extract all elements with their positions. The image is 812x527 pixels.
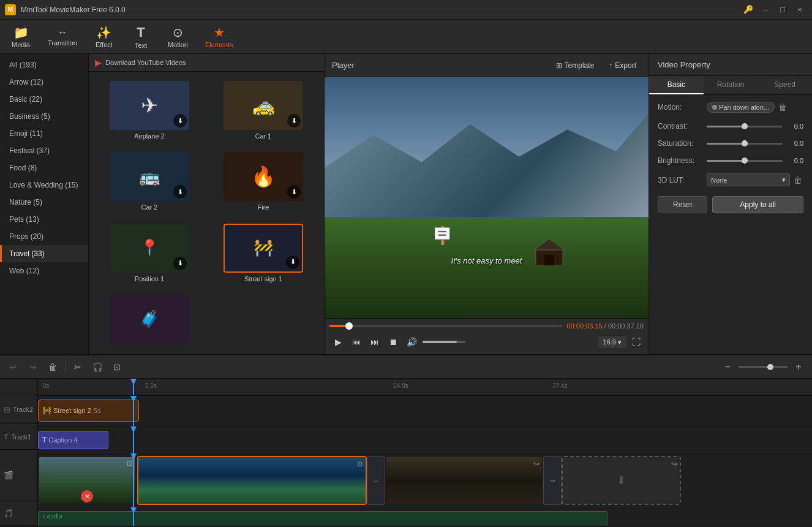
saturation-slider[interactable] (707, 143, 783, 145)
category-love[interactable]: Love & Wedding (15) (0, 176, 88, 194)
element-position1[interactable]: 📍 ⬇ Position 1 (92, 218, 206, 289)
contrast-thumb (742, 123, 748, 129)
elements-panel: ▶ Download YouTube Videos ✈ ⬇ Airplane 2… (89, 54, 324, 354)
element-car2-label: Car 2 (141, 203, 158, 211)
maximize-btn[interactable]: □ (775, 4, 790, 16)
transition-1[interactable]: ↔ (367, 456, 385, 505)
element-position1-download[interactable]: ⬇ (173, 257, 187, 270)
video-clip-3[interactable]: ↪ (385, 456, 543, 505)
download-bar[interactable]: ▶ Download YouTube Videos (89, 54, 324, 72)
property-tabs: Basic Rotation Speed (649, 76, 812, 95)
delete-clip-btn[interactable]: 🗑 (44, 358, 61, 376)
redo-btn[interactable]: ↪ (24, 358, 42, 376)
toolbar-motion[interactable]: ⊙ Motion (159, 21, 197, 52)
brightness-slider[interactable] (707, 160, 783, 162)
elements-label: Elements (205, 41, 233, 48)
category-nature[interactable]: Nature (5) (0, 194, 88, 211)
motion-badge[interactable]: Pan down alon... (707, 102, 775, 113)
volume-btn[interactable]: 🔊 (403, 333, 420, 351)
template-btn[interactable]: ⊞ Template (551, 59, 600, 72)
crop-btn[interactable]: ⊡ (108, 358, 126, 376)
zoom-in-btn[interactable]: + (790, 358, 807, 376)
element-streetsign1-download[interactable]: ⬇ (286, 256, 299, 269)
motion-delete-btn[interactable]: 🗑 (777, 101, 788, 113)
clip-delete-1[interactable]: ✕ (81, 490, 93, 502)
element-extra[interactable]: 🧳 (92, 289, 206, 351)
minimize-btn[interactable]: – (758, 4, 773, 16)
element-airplane2[interactable]: ✈ ⬇ Airplane 2 (92, 75, 206, 146)
elements-icon: ★ (214, 25, 225, 40)
category-basic[interactable]: Basic (22) (0, 91, 88, 108)
progress-thumb[interactable] (345, 322, 353, 330)
vc-thumb-ocean-3 (290, 457, 366, 504)
progress-track[interactable] (329, 325, 562, 327)
element-car2-download[interactable]: ⬇ (173, 185, 187, 199)
street-sign-clip[interactable]: 🚧 Street sign 2 5s (38, 400, 139, 422)
settings-btn[interactable]: 🔑 (741, 4, 756, 16)
element-airplane2-download[interactable]: ⬇ (173, 114, 187, 127)
video-clip-2[interactable]: ⊙ (137, 456, 367, 505)
element-fire-download[interactable]: ⬇ (287, 185, 301, 199)
element-car2[interactable]: 🚌 ⬇ Car 2 (92, 146, 206, 218)
element-fire[interactable]: 🔥 ⬇ Fire (206, 146, 320, 218)
zoom-slider[interactable] (739, 366, 788, 368)
lut-select[interactable]: None ▾ (707, 173, 790, 186)
timeline: ↩ ↪ 🗑 ✂ 🎧 ⊡ − + ⊞ Track2 T Track1 (0, 354, 812, 526)
video-clip-1[interactable]: ⊡ ✕ (38, 456, 136, 505)
caption-label: Caption 4 (48, 436, 77, 444)
lut-delete-btn[interactable]: 🗑 (792, 174, 803, 186)
split-btn[interactable]: ✂ (69, 358, 86, 376)
track-label-main: 🎬 (0, 450, 37, 501)
tab-basic[interactable]: Basic (649, 76, 704, 94)
category-travel[interactable]: Travel (33) (0, 245, 88, 262)
volume-fill (423, 341, 457, 343)
undo-btn[interactable]: ↩ (5, 358, 22, 376)
zoom-out-btn[interactable]: − (719, 358, 736, 376)
prev-btn[interactable]: ⏮ (348, 333, 365, 351)
volume-area: 🔊 (403, 333, 465, 351)
toolbar-text[interactable]: T Text (122, 21, 159, 52)
tab-speed[interactable]: Speed (757, 76, 812, 94)
play-btn[interactable]: ▶ (329, 333, 347, 351)
category-props[interactable]: Props (20) (0, 228, 88, 245)
toolbar-effect[interactable]: ✨ Effect (86, 21, 122, 52)
category-emoji[interactable]: Emoji (11) (0, 125, 88, 142)
category-festival[interactable]: Festival (37) (0, 142, 88, 159)
category-web[interactable]: Web (12) (0, 262, 88, 279)
volume-slider[interactable] (423, 341, 465, 343)
aspect-ratio-btn[interactable]: 16:9 ▾ (598, 336, 626, 348)
fullscreen-btn[interactable]: ⛶ (629, 335, 644, 349)
audio-btn[interactable]: 🎧 (89, 358, 106, 376)
media-label: Media (12, 41, 30, 48)
stop-btn[interactable]: ⏹ (385, 333, 402, 351)
transition-2[interactable]: ↪ (543, 456, 562, 505)
tab-rotation[interactable]: Rotation (704, 76, 758, 94)
app-title: MiniTool MovieMaker Free 6.0.0 (21, 6, 741, 14)
close-btn[interactable]: × (792, 4, 807, 16)
contrast-slider[interactable] (707, 126, 783, 127)
left-panel: All (193) Arrow (12) Basic (22) Business… (0, 54, 325, 354)
svg-marker-0 (534, 239, 565, 250)
category-arrow[interactable]: Arrow (12) (0, 74, 88, 91)
export-btn[interactable]: ↑ Export (604, 59, 641, 72)
category-food[interactable]: Food (8) (0, 159, 88, 176)
element-car1[interactable]: 🚕 ⬇ Car 1 (206, 75, 320, 146)
download-label: Download YouTube Videos (105, 59, 186, 66)
window-controls: 🔑 – □ × (741, 4, 807, 16)
element-streetsign1[interactable]: 🚧 ⬇ Street sign 1 (206, 218, 320, 289)
category-all[interactable]: All (193) (0, 56, 88, 74)
audio-clip[interactable]: ♪ audio (38, 511, 607, 526)
toolbar-transition[interactable]: ↔ Transition (39, 21, 86, 52)
category-pets[interactable]: Pets (13) (0, 211, 88, 228)
reset-btn[interactable]: Reset (658, 196, 707, 213)
next-btn[interactable]: ⏭ (366, 333, 383, 351)
player-header-buttons: ⊞ Template ↑ Export (551, 59, 641, 72)
toolbar-media[interactable]: 📁 Media (2, 21, 39, 52)
toolbar-elements[interactable]: ★ Elements (197, 21, 242, 52)
element-car1-download[interactable]: ⬇ (287, 114, 301, 127)
timeline-tracks[interactable]: 0s 5.5s 24.8s 37.4s 🚧 Street sign 2 5s (38, 379, 812, 526)
video-clip-4[interactable]: ⬇ ↪ (562, 456, 681, 505)
caption-clip[interactable]: T Caption 4 (38, 431, 108, 449)
apply-all-btn[interactable]: Apply to all (712, 196, 803, 213)
category-business[interactable]: Business (5) (0, 108, 88, 125)
